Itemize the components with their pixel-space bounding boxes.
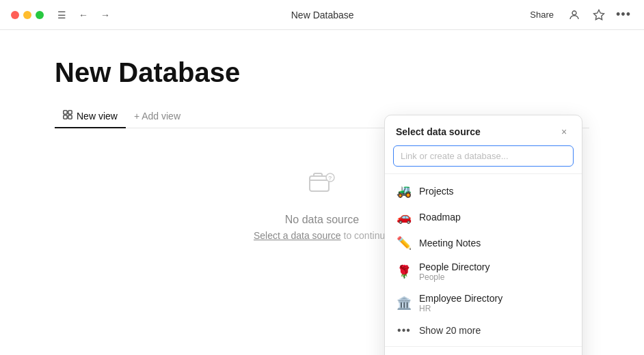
roadmap-name: Roadmap — [419, 212, 461, 223]
panel-title: Select data source — [396, 126, 481, 137]
roadmap-emoji: 🚗 — [396, 210, 412, 225]
svg-rect-2 — [64, 111, 67, 114]
datasource-item-meeting-notes[interactable]: ✏️ Meeting Notes — [385, 230, 582, 256]
traffic-lights — [11, 11, 44, 19]
svg-marker-1 — [594, 10, 604, 19]
back-button[interactable]: ← — [74, 5, 93, 25]
show-more-button[interactable]: ••• Show 20 more — [385, 319, 582, 342]
meeting-notes-emoji: ✏️ — [396, 236, 412, 251]
projects-info: Projects — [419, 186, 454, 197]
search-wrap — [385, 145, 582, 173]
people-directory-sub: People — [419, 272, 490, 282]
people-directory-name: People Directory — [419, 261, 490, 272]
svg-point-0 — [572, 11, 576, 15]
show-more-label: Show 20 more — [419, 325, 481, 336]
window-title: New Database — [120, 10, 524, 20]
employee-directory-emoji: 🏛️ — [396, 296, 412, 311]
titlebar-right: Share ••• — [524, 5, 633, 25]
datasource-item-people-directory[interactable]: 🌹 People Directory People — [385, 256, 582, 287]
user-icon[interactable] — [565, 5, 584, 25]
forward-button[interactable]: → — [96, 5, 115, 25]
new-database-button[interactable]: ＋ New database — [385, 347, 582, 355]
no-datasource-icon: ? — [307, 169, 337, 205]
star-icon[interactable] — [589, 5, 608, 25]
meeting-notes-name: Meeting Notes — [419, 238, 481, 248]
roadmap-info: Roadmap — [419, 212, 461, 223]
projects-emoji: 🚜 — [396, 184, 412, 199]
datasource-list: 🚜 Projects 🚗 Roadmap ✏️ Meeting Notes 🌹 … — [385, 174, 582, 346]
grid-icon — [63, 110, 72, 122]
page-title: New Database — [55, 57, 589, 88]
datasource-item-projects[interactable]: 🚜 Projects — [385, 178, 582, 204]
svg-rect-3 — [68, 111, 72, 114]
svg-rect-5 — [68, 115, 72, 119]
panel-close-button[interactable]: × — [557, 125, 571, 139]
employee-directory-sub: HR — [419, 304, 502, 313]
maximize-button[interactable] — [36, 11, 44, 19]
people-directory-info: People Directory People — [419, 261, 490, 282]
datasource-search-input[interactable] — [393, 145, 574, 167]
tab-new-view-label: New view — [77, 111, 118, 122]
projects-name: Projects — [419, 186, 454, 197]
minimize-button[interactable] — [23, 11, 31, 19]
empty-subtitle: Select a data source to continue — [254, 230, 390, 241]
share-button[interactable]: Share — [524, 7, 559, 23]
panel-header: Select data source × — [385, 115, 582, 145]
employee-directory-name: Employee Directory — [419, 293, 502, 304]
close-button[interactable] — [11, 11, 19, 19]
nav-icons: ☰ ← → — [52, 5, 115, 25]
datasource-item-roadmap[interactable]: 🚗 Roadmap — [385, 204, 582, 230]
svg-rect-4 — [64, 115, 67, 119]
people-directory-emoji: 🌹 — [396, 264, 412, 279]
hamburger-button[interactable]: ☰ — [52, 5, 71, 25]
svg-text:?: ? — [328, 175, 332, 182]
more-button[interactable]: ••• — [614, 5, 633, 25]
tab-new-view[interactable]: New view — [55, 104, 126, 128]
datasource-item-employee-directory[interactable]: 🏛️ Employee Directory HR — [385, 287, 582, 319]
empty-title: No data source — [285, 214, 360, 226]
titlebar: ☰ ← → New Database Share ••• — [0, 0, 644, 30]
datasource-panel: Select data source × 🚜 Projects 🚗 Roadma… — [384, 115, 582, 355]
employee-directory-info: Employee Directory HR — [419, 293, 502, 313]
meeting-notes-info: Meeting Notes — [419, 238, 481, 248]
add-view-button[interactable]: + Add view — [126, 105, 189, 128]
select-datasource-link[interactable]: Select a data source — [254, 230, 341, 241]
show-more-icon: ••• — [396, 324, 412, 337]
